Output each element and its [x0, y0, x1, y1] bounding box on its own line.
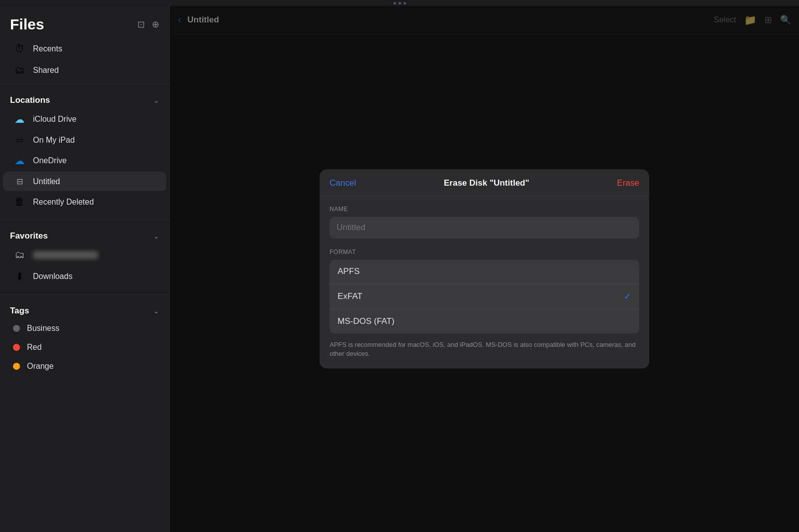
sidebar-item-tag-red[interactable]: Red [3, 338, 166, 357]
ipad-icon: ▭ [13, 135, 26, 145]
favorites-chevron-icon[interactable]: ⌄ [153, 232, 159, 240]
blurred-label [33, 251, 98, 259]
sidebar-item-untitled[interactable]: ⊟ Untitled [3, 172, 166, 191]
top-bar-dot-3 [403, 2, 406, 4]
trash-icon: 🗑 [13, 196, 26, 208]
tag-business-label: Business [27, 324, 59, 333]
format-item-msdos[interactable]: MS-DOS (FAT) [330, 309, 639, 333]
sidebar-item-icloud[interactable]: ☁ iCloud Drive [3, 108, 166, 130]
modal-header: Cancel Erase Disk "Untitled" Erase [320, 169, 649, 196]
tag-orange-label: Orange [27, 362, 53, 371]
untitled-disk-icon: ⊟ [13, 177, 26, 186]
blurred-folder-icon: 🗂 [13, 249, 26, 261]
sidebar: Files ⊡ ⊕ ⏱ Recents 🗂 Shared Locations ⌄… [0, 6, 170, 532]
format-description: APFS is recommended for macOS, iOS, and … [330, 340, 639, 358]
tag-dot-red [13, 344, 20, 351]
onedrive-label: OneDrive [33, 156, 67, 165]
name-field-label: NAME [330, 206, 639, 213]
downloads-icon: ⬇ [13, 270, 26, 282]
sidebar-item-recently-deleted[interactable]: 🗑 Recently Deleted [3, 191, 166, 213]
format-item-exfat[interactable]: ExFAT ✓ [330, 284, 639, 309]
locations-chevron-icon[interactable]: ⌄ [153, 96, 159, 104]
sidebar-header: Files ⊡ ⊕ [0, 6, 169, 38]
tag-dot-business [13, 325, 20, 332]
cancel-button[interactable]: Cancel [330, 178, 356, 188]
modal-title: Erase Disk "Untitled" [444, 178, 529, 188]
sidebar-item-blurred: 🗂 [3, 244, 166, 266]
format-msdos-label: MS-DOS (FAT) [338, 316, 395, 326]
locations-section: Locations ⌄ ☁ iCloud Drive ▭ On My iPad … [0, 87, 169, 217]
recents-label: Recents [33, 44, 62, 53]
top-bar-dot-1 [394, 2, 396, 4]
locations-label: Locations [10, 95, 50, 105]
favorites-section-header: Favorites ⌄ [0, 223, 169, 244]
downloads-label: Downloads [33, 272, 72, 281]
shared-label: Shared [33, 66, 59, 75]
favorites-label: Favorites [10, 231, 48, 241]
favorites-section: Favorites ⌄ 🗂 ⬇ Downloads [0, 223, 169, 291]
format-check-icon: ✓ [624, 291, 631, 302]
divider-3 [0, 294, 169, 295]
onedrive-icon: ☁ [13, 155, 26, 167]
top-bar-dot-2 [399, 2, 401, 4]
erase-disk-modal: Cancel Erase Disk "Untitled" Erase NAME … [320, 169, 649, 368]
divider-1 [0, 84, 169, 84]
format-item-apfs[interactable]: APFS [330, 260, 639, 284]
icloud-label: iCloud Drive [33, 115, 76, 124]
locations-section-header: Locations ⌄ [0, 87, 169, 108]
format-list: APFS ExFAT ✓ MS-DOS (FAT) [330, 260, 639, 333]
untitled-label: Untitled [33, 177, 60, 186]
sidebar-plus-icon[interactable]: ⊕ [152, 19, 159, 30]
sidebar-item-onedrive[interactable]: ☁ OneDrive [3, 150, 166, 172]
erase-button[interactable]: Erase [617, 178, 639, 188]
recently-deleted-label: Recently Deleted [33, 198, 94, 207]
tag-dot-orange [13, 363, 20, 370]
format-field-label: FORMAT [330, 249, 639, 256]
format-exfat-label: ExFAT [338, 291, 363, 301]
sidebar-header-icons: ⊡ ⊕ [137, 19, 159, 30]
tags-section: Tags ⌄ Business Red Orange [0, 298, 169, 380]
recents-icon: ⏱ [13, 43, 26, 54]
content-area: ‹ Untitled Select 📁 ⊞ 🔍 Cancel Erase Dis… [170, 6, 799, 532]
sidebar-square-icon[interactable]: ⊡ [137, 19, 145, 30]
sidebar-item-tag-business[interactable]: Business [3, 319, 166, 338]
tags-chevron-icon[interactable]: ⌄ [153, 307, 159, 315]
top-bar-dots [394, 2, 406, 4]
name-input[interactable] [330, 217, 639, 239]
sidebar-item-shared[interactable]: 🗂 Shared [3, 59, 166, 81]
sidebar-item-tag-orange[interactable]: Orange [3, 357, 166, 376]
divider-2 [0, 220, 169, 220]
sidebar-item-recents[interactable]: ⏱ Recents [3, 38, 166, 59]
top-bar [0, 0, 799, 6]
icloud-icon: ☁ [13, 113, 26, 125]
format-apfs-label: APFS [338, 266, 360, 276]
ipad-label: On My iPad [33, 136, 75, 145]
main-layout: Files ⊡ ⊕ ⏱ Recents 🗂 Shared Locations ⌄… [0, 6, 799, 532]
modal-body: NAME FORMAT APFS ExFAT ✓ MS-DOS (FAT) AP [320, 196, 649, 368]
shared-icon: 🗂 [13, 64, 26, 76]
tags-label: Tags [10, 306, 29, 316]
tag-red-label: Red [27, 343, 41, 352]
sidebar-item-ipad[interactable]: ▭ On My iPad [3, 130, 166, 150]
sidebar-title: Files [10, 16, 44, 33]
tags-section-header: Tags ⌄ [0, 298, 169, 319]
sidebar-item-downloads[interactable]: ⬇ Downloads [3, 266, 166, 287]
